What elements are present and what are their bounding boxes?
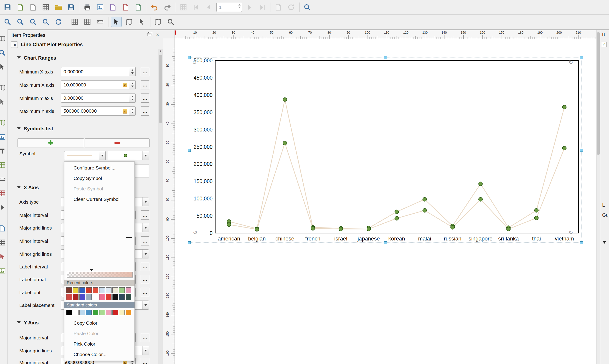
selection-handle[interactable]: [580, 149, 583, 152]
combo-arrow-icon[interactable]: [142, 301, 149, 309]
override-button-3[interactable]: …: [141, 106, 149, 116]
show-grid-button[interactable]: [69, 17, 80, 27]
zoom-actual-button[interactable]: [28, 17, 38, 27]
duplicate-layout-button[interactable]: [28, 2, 38, 13]
section-symbols-list[interactable]: Symbols list: [8, 125, 153, 132]
color-swatch[interactable]: [66, 294, 72, 300]
field-maximum-y-axis-spin[interactable]: [129, 106, 136, 116]
field-minimum-y-axis[interactable]: 0.000000: [61, 93, 129, 103]
color-swatch[interactable]: [79, 310, 85, 315]
value-override-icon[interactable]: ε: [123, 109, 127, 114]
spin-up-icon[interactable]: [238, 4, 241, 5]
spin-up-icon[interactable]: [131, 96, 133, 97]
color-swatch[interactable]: [79, 294, 85, 300]
override-x-3[interactable]: …: [141, 236, 149, 246]
selection-handle[interactable]: [188, 56, 191, 59]
zoom-to-extent-button[interactable]: [302, 2, 312, 13]
rotate-handle-icon[interactable]: ↻: [569, 229, 573, 236]
right-tab-layout[interactable]: L: [602, 202, 605, 208]
menu-item-choose-color[interactable]: Choose Color...: [64, 349, 134, 360]
atlas-export-button[interactable]: [273, 2, 284, 13]
new-layout-button[interactable]: [15, 2, 26, 13]
value-override-icon[interactable]: ε: [123, 83, 127, 87]
selection-handle[interactable]: [188, 149, 191, 152]
spin-down-icon[interactable]: [238, 7, 241, 8]
menu-item-configure-symbol[interactable]: Configure Symbol...: [64, 163, 134, 173]
add-picture-tool[interactable]: [0, 132, 7, 142]
color-swatch[interactable]: [99, 294, 105, 300]
add-table-tool[interactable]: [0, 238, 7, 247]
color-swatch[interactable]: [86, 310, 92, 315]
collapse-triangle-icon[interactable]: [17, 186, 21, 189]
override-button-0[interactable]: …: [141, 67, 149, 76]
save-project-button[interactable]: [2, 2, 13, 13]
add-legend-tool[interactable]: [0, 161, 7, 170]
combo-arrow-icon[interactable]: [142, 151, 149, 160]
refresh-view-button[interactable]: [53, 17, 64, 27]
rotate-handle-icon[interactable]: ↻: [569, 59, 573, 65]
undo-button[interactable]: [149, 2, 160, 13]
add-shape-tool[interactable]: [0, 189, 7, 198]
previous-feature-button[interactable]: [204, 2, 214, 13]
zoom-in-button[interactable]: [2, 17, 13, 27]
chevron-down-icon[interactable]: [603, 241, 606, 244]
color-swatch[interactable]: [79, 287, 85, 293]
field-maximum-x-axis-spin[interactable]: [129, 80, 136, 90]
save-template-button[interactable]: [66, 2, 77, 13]
color-swatch[interactable]: [99, 287, 105, 293]
edit-nodes-tool[interactable]: [0, 97, 7, 106]
zoom-tool[interactable]: [0, 48, 7, 57]
last-feature-button[interactable]: [257, 2, 267, 13]
spin-down-icon[interactable]: [131, 72, 133, 74]
canvas-scrollbar-thumb[interactable]: [597, 32, 600, 155]
collapse-triangle-icon[interactable]: [17, 127, 21, 130]
menu-item-copy-symbol[interactable]: Copy Symbol: [64, 173, 134, 183]
combo-arrow-icon[interactable]: [142, 197, 149, 206]
add-symbol-button[interactable]: [17, 138, 84, 147]
next-feature-button[interactable]: [244, 2, 255, 13]
override-x-1[interactable]: …: [141, 210, 149, 220]
move-item-content-button[interactable]: [124, 17, 134, 27]
spin-up-icon[interactable]: [131, 69, 133, 71]
item-visibility-checkbox[interactable]: ✓: [602, 42, 607, 47]
color-swatch[interactable]: [66, 310, 72, 315]
combo-arrow-icon[interactable]: [142, 249, 149, 258]
menu-item-pick-color[interactable]: Pick Color: [64, 339, 134, 349]
add-label-tool[interactable]: [0, 146, 7, 156]
print-button[interactable]: [82, 2, 93, 13]
value-override-icon[interactable]: ε: [123, 360, 127, 364]
export-image-button[interactable]: [95, 2, 105, 13]
color-swatch[interactable]: [126, 287, 131, 293]
export-svg-button[interactable]: [108, 2, 118, 13]
pan-layout-button[interactable]: [153, 17, 163, 27]
layout-manager-button[interactable]: [40, 2, 51, 13]
select-move-item-button[interactable]: [111, 17, 121, 27]
color-swatch[interactable]: [119, 294, 125, 300]
color-swatch[interactable]: [73, 294, 79, 300]
first-feature-button[interactable]: [191, 2, 201, 13]
marker-symbol-dropdown[interactable]: [108, 151, 149, 160]
value-slider[interactable]: [67, 272, 133, 278]
color-swatch[interactable]: [66, 287, 72, 293]
override-button-1[interactable]: …: [141, 80, 149, 90]
select-items-tool[interactable]: [0, 62, 7, 71]
override-y-0[interactable]: …: [141, 333, 149, 342]
pan-tool[interactable]: [0, 34, 7, 43]
spin-up-icon[interactable]: [131, 83, 133, 84]
add-plot-tool[interactable]: [0, 266, 7, 275]
color-swatch[interactable]: [99, 310, 105, 315]
color-swatch[interactable]: [126, 294, 131, 300]
color-swatch[interactable]: [86, 287, 92, 293]
override-button-2[interactable]: …: [141, 93, 149, 103]
override-x-6[interactable]: …: [141, 275, 149, 284]
collapse-triangle-icon[interactable]: [17, 56, 21, 59]
override-x-7[interactable]: …: [141, 288, 149, 297]
field-maximum-x-axis[interactable]: 10.000000ε: [61, 80, 129, 90]
color-swatch[interactable]: [86, 294, 92, 300]
move-content-tool[interactable]: [0, 83, 7, 92]
color-swatch[interactable]: [93, 287, 98, 293]
feature-number-spinbox[interactable]: 1: [216, 3, 242, 12]
color-swatch[interactable]: [112, 294, 118, 300]
color-swatch[interactable]: [106, 287, 111, 293]
value-slider-marker[interactable]: [90, 269, 93, 272]
